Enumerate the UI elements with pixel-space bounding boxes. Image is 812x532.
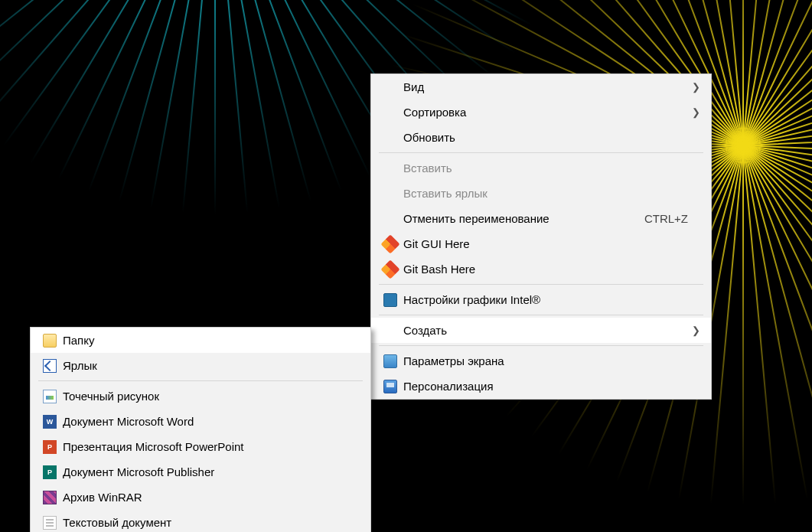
word-icon xyxy=(43,415,57,429)
menu-separator xyxy=(379,315,703,315)
submenu-item-shortcut[interactable]: Ярлык xyxy=(31,353,370,378)
menu-item-label: Точечный рисунок xyxy=(60,390,360,403)
winrar-icon xyxy=(43,491,57,504)
menu-item-label: Ярлык xyxy=(60,359,360,372)
menu-item-label: Документ Microsoft Publisher xyxy=(60,465,360,478)
menu-item-label: Параметры экрана xyxy=(400,354,688,367)
bitmap-icon xyxy=(43,390,57,403)
menu-item-label: Создать xyxy=(400,324,688,337)
menu-item-intel-graphics[interactable]: Настройки графики Intel® xyxy=(371,287,711,312)
personalize-icon xyxy=(383,380,397,393)
monitor-icon xyxy=(383,354,397,368)
menu-item-label: Вставить xyxy=(400,162,688,175)
submenu-item-bitmap[interactable]: Точечный рисунок xyxy=(31,383,370,409)
powerpoint-icon xyxy=(43,440,57,454)
folder-icon xyxy=(43,334,57,348)
menu-item-undo-rename[interactable]: Отменить переименование CTRL+Z xyxy=(371,206,711,231)
menu-item-label: Git Bash Here xyxy=(400,263,688,276)
menu-separator xyxy=(379,152,703,153)
menu-item-sort[interactable]: Сортировка ❯ xyxy=(371,100,711,125)
submenu-item-powerpoint[interactable]: Презентация Microsoft PowerPoint xyxy=(31,434,370,459)
menu-separator xyxy=(38,380,363,381)
text-file-icon xyxy=(43,516,57,530)
menu-separator xyxy=(379,345,703,346)
menu-item-label: Настройки графики Intel® xyxy=(400,293,688,306)
menu-item-label: Текстовый документ xyxy=(60,516,360,529)
create-submenu: Папку Ярлык Точечный рисунок Документ Mi… xyxy=(30,327,371,532)
submenu-item-text-document[interactable]: Текстовый документ xyxy=(31,510,370,532)
submenu-item-word[interactable]: Документ Microsoft Word xyxy=(31,409,370,434)
menu-item-display-settings[interactable]: Параметры экрана xyxy=(371,348,711,374)
menu-item-label: Документ Microsoft Word xyxy=(60,415,360,428)
menu-item-personalize[interactable]: Персонализация xyxy=(371,374,711,399)
menu-item-label: Обновить xyxy=(400,131,688,144)
menu-item-label: Персонализация xyxy=(400,380,688,393)
submenu-item-publisher[interactable]: Документ Microsoft Publisher xyxy=(31,459,370,485)
git-icon xyxy=(380,234,399,253)
menu-item-label: Сортировка xyxy=(400,106,688,119)
menu-item-view[interactable]: Вид ❯ xyxy=(371,74,711,100)
menu-item-label: Вставить ярлык xyxy=(400,187,688,200)
menu-item-git-gui[interactable]: Git GUI Here xyxy=(371,231,711,256)
git-icon xyxy=(380,259,399,279)
menu-item-create[interactable]: Создать ❯ xyxy=(371,318,711,343)
menu-separator xyxy=(379,284,703,285)
menu-item-paste: Вставить xyxy=(371,155,711,181)
submenu-item-winrar[interactable]: Архив WinRAR xyxy=(31,485,370,510)
shortcut-icon xyxy=(43,359,57,373)
desktop-context-menu: Вид ❯ Сортировка ❯ Обновить Вставить Вст… xyxy=(370,73,712,400)
menu-item-label: Презентация Microsoft PowerPoint xyxy=(60,440,360,453)
menu-item-label: Папку xyxy=(60,334,360,347)
menu-item-git-bash[interactable]: Git Bash Here xyxy=(371,256,711,282)
menu-item-label: Отменить переименование xyxy=(400,212,621,225)
menu-item-refresh[interactable]: Обновить xyxy=(371,125,711,150)
submenu-item-folder[interactable]: Папку xyxy=(31,328,370,353)
menu-item-shortcut: CTRL+Z xyxy=(644,212,688,225)
menu-item-label: Архив WinRAR xyxy=(60,491,360,504)
chevron-right-icon: ❯ xyxy=(688,106,700,118)
menu-item-label: Git GUI Here xyxy=(400,237,688,250)
menu-item-paste-shortcut: Вставить ярлык xyxy=(371,181,711,206)
chevron-right-icon: ❯ xyxy=(688,325,700,336)
chevron-right-icon: ❯ xyxy=(688,81,700,93)
intel-icon xyxy=(383,293,397,307)
publisher-icon xyxy=(43,465,57,479)
menu-item-label: Вид xyxy=(400,80,688,93)
